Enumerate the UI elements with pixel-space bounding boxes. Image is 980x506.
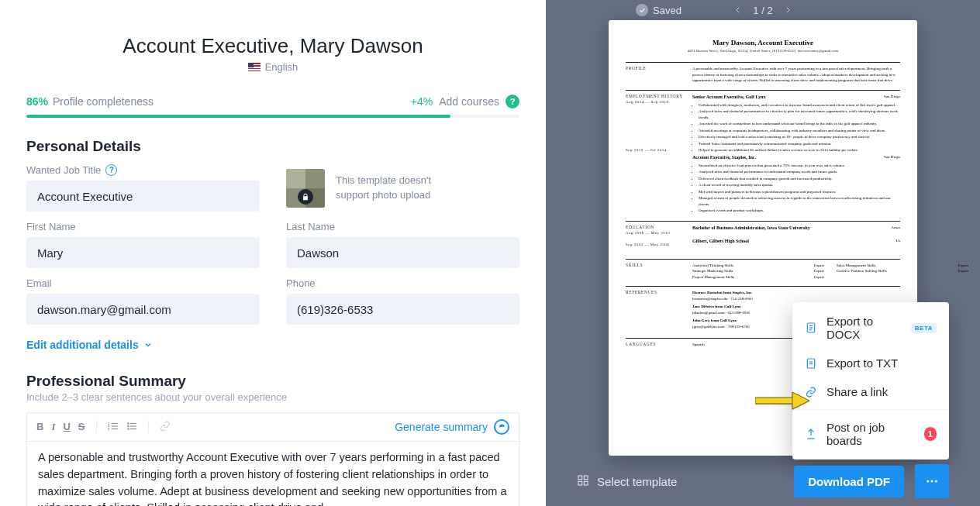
photo-unsupported-msg: This template doesn't support photo uplo… — [336, 174, 460, 201]
progress-label: Profile completeness — [53, 95, 154, 108]
progress-row: 86% Profile completeness +4% Add courses… — [26, 95, 519, 108]
link-icon — [805, 386, 817, 398]
help-icon[interactable]: ? — [506, 95, 519, 108]
ol-button[interactable]: 123 — [108, 421, 119, 434]
svg-rect-23 — [578, 481, 582, 485]
svg-point-27 — [935, 480, 937, 483]
us-flag-icon — [248, 63, 261, 71]
beta-badge: BETA — [911, 323, 937, 333]
editor-pane: Account Executive, Mary Dawson English 8… — [0, 0, 546, 506]
email-label: Email — [26, 277, 260, 289]
preview-pane: Saved 1 / 2 Mary Dawson, Account Executi… — [546, 0, 980, 506]
wanted-job-input[interactable] — [26, 181, 260, 212]
first-name-label: First Name — [26, 221, 260, 232]
cv-name: Mary Dawson, Account Executive — [626, 39, 900, 46]
wanted-job-label: Wanted Job Title ? — [26, 164, 260, 176]
upload-icon — [805, 428, 817, 440]
menu-share-link[interactable]: Share a link — [792, 377, 949, 406]
notification-badge: 1 — [924, 427, 937, 441]
preview-bottom-bar: Select template Download PDF — [546, 464, 980, 498]
lock-icon — [298, 189, 313, 205]
menu-export-docx[interactable]: Export to DOCX BETA — [792, 307, 949, 349]
separator — [96, 421, 97, 433]
docx-icon — [805, 322, 817, 334]
section-professional-summary: Professional Summary — [26, 373, 519, 390]
prev-page-button[interactable] — [734, 6, 742, 14]
select-template-button[interactable]: Select template — [577, 474, 677, 489]
txt-icon — [805, 357, 817, 370]
svg-rect-2 — [111, 428, 117, 429]
svg-rect-1 — [111, 425, 117, 426]
email-input[interactable] — [26, 294, 260, 325]
svg-rect-21 — [578, 476, 582, 480]
link-button[interactable] — [160, 421, 171, 434]
svg-point-6 — [127, 422, 129, 424]
summary-textarea[interactable]: A personable and trustworthy Account Exe… — [27, 442, 519, 506]
section-personal-details: Personal Details — [26, 138, 519, 155]
page-indicator: 1 / 2 — [734, 5, 791, 16]
saved-indicator: Saved — [636, 4, 682, 16]
download-pdf-button[interactable]: Download PDF — [794, 466, 904, 497]
progress-bar — [26, 115, 519, 118]
help-icon[interactable]: ? — [105, 164, 117, 176]
svg-rect-22 — [584, 476, 588, 480]
svg-text:3: 3 — [108, 426, 110, 430]
next-page-button[interactable] — [784, 6, 792, 14]
last-name-input[interactable] — [286, 237, 519, 268]
strike-button[interactable]: S — [78, 421, 85, 433]
svg-rect-10 — [129, 425, 136, 426]
bold-button[interactable]: B — [36, 421, 43, 433]
separator — [148, 421, 149, 433]
cv-contact: 4871 Beacon Street, San Diego, 92154, Un… — [626, 49, 900, 53]
svg-point-26 — [931, 480, 933, 483]
svg-rect-16 — [807, 359, 814, 368]
chevron-down-icon — [143, 340, 153, 349]
progress-extra-label[interactable]: Add courses — [439, 95, 499, 108]
svg-rect-0 — [111, 422, 117, 423]
editor-toolbar: B I U S 123 Generate summary — [27, 413, 519, 442]
phone-input[interactable] — [286, 294, 519, 325]
first-name-input[interactable] — [26, 237, 260, 268]
menu-export-txt[interactable]: Export to TXT — [792, 349, 949, 377]
grid-icon — [577, 474, 589, 489]
summary-editor: B I U S 123 Generate summary A personabl… — [26, 412, 519, 506]
svg-rect-24 — [584, 481, 588, 485]
svg-point-7 — [127, 425, 129, 426]
svg-rect-11 — [129, 428, 136, 429]
more-actions-menu: Export to DOCX BETA Export to TXT Share … — [792, 302, 949, 460]
underline-button[interactable]: U — [63, 421, 70, 433]
language-label: English — [265, 61, 298, 73]
svg-point-25 — [927, 480, 929, 483]
more-button[interactable] — [915, 464, 949, 498]
progress-percent: 86% — [26, 95, 48, 108]
photo-thumb[interactable] — [286, 169, 325, 208]
last-name-label: Last Name — [286, 221, 519, 232]
svg-rect-9 — [129, 422, 136, 423]
refresh-icon — [494, 419, 509, 435]
edit-additional-details[interactable]: Edit additional details — [26, 339, 519, 351]
check-icon — [636, 4, 648, 16]
progress-extra-percent: +4% — [411, 95, 433, 108]
page-count: 1 / 2 — [753, 5, 772, 16]
menu-post-job-boards[interactable]: Post on job boards 1 — [792, 413, 949, 455]
language-row[interactable]: English — [26, 61, 519, 73]
generate-summary-button[interactable]: Generate summary — [395, 419, 509, 435]
section-summary-sub: Include 2–3 clear sentences about your o… — [26, 391, 519, 403]
page-title: Account Executive, Mary Dawson — [26, 34, 519, 58]
svg-point-8 — [127, 428, 129, 429]
italic-button[interactable]: I — [51, 421, 55, 433]
separator — [792, 409, 949, 410]
phone-label: Phone — [286, 277, 519, 289]
ul-button[interactable] — [126, 421, 137, 434]
